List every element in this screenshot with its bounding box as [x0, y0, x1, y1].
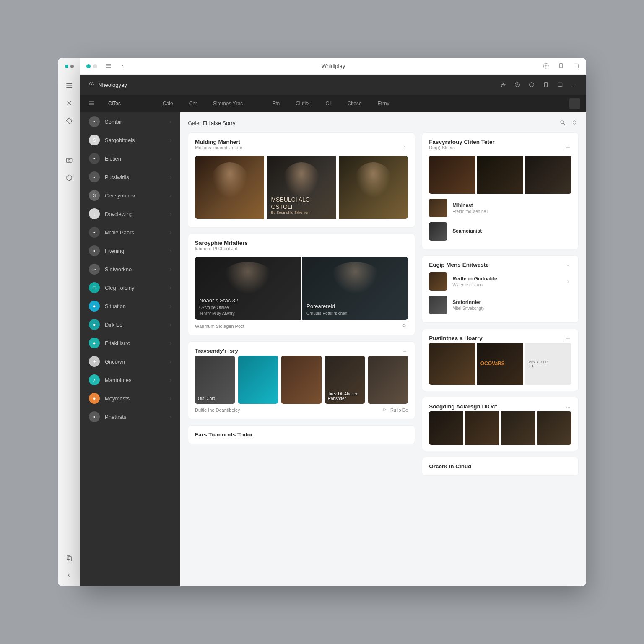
- search-icon[interactable]: [559, 119, 567, 127]
- tab-3[interactable]: Sitomes Yres: [205, 95, 250, 112]
- tab-2[interactable]: Chr: [182, 95, 205, 112]
- expand-icon[interactable]: [566, 262, 571, 268]
- play-icon[interactable]: [382, 407, 388, 413]
- tab-8[interactable]: Efrny: [370, 95, 397, 112]
- card-title: Orcerk in Cihud: [429, 463, 571, 470]
- tab-1[interactable]: Cale: [155, 95, 181, 112]
- sidebar-item-6[interactable]: • Mrale Paars: [80, 223, 180, 242]
- sidebar-item-13[interactable]: ✦ Gricown: [80, 352, 180, 371]
- list-item[interactable]: MihinestEteldh moilaen he l: [429, 196, 571, 220]
- send-icon[interactable]: [499, 80, 507, 89]
- card-title: Soegding Aclarsgn DiOct: [429, 403, 497, 410]
- compass-icon[interactable]: [543, 62, 550, 70]
- up-icon[interactable]: [570, 80, 579, 89]
- sidebar-item-11[interactable]: ● Dirk Es: [80, 315, 180, 334]
- clock-icon[interactable]: [513, 80, 522, 89]
- more-icon[interactable]: [402, 348, 408, 354]
- back-icon[interactable]: [65, 571, 73, 579]
- svg-point-13: [406, 351, 406, 351]
- picture-icon[interactable]: [573, 62, 580, 70]
- hamburger-icon[interactable]: [105, 62, 112, 70]
- bookmark-icon[interactable]: [558, 62, 565, 70]
- sidebar-item-2[interactable]: • Eictien: [80, 149, 180, 168]
- more-icon[interactable]: [566, 144, 571, 150]
- tab-7[interactable]: Citese: [340, 95, 369, 112]
- svg-rect-3: [68, 557, 72, 561]
- chevron-right-icon: [169, 174, 174, 179]
- chevron-right-icon: [169, 193, 174, 198]
- sidebar-avatar: ↓: [89, 208, 100, 219]
- window-controls[interactable]: [86, 64, 97, 68]
- sidebar-item-4[interactable]: 3 Censyribnov: [80, 186, 180, 205]
- sidebar-item-8[interactable]: ∞ Sintworkno: [80, 260, 180, 278]
- sidebar-item-3[interactable]: • Putsiwirlls: [80, 168, 180, 186]
- tools-icon[interactable]: [65, 99, 73, 107]
- view-toggle[interactable]: [569, 98, 580, 109]
- triple-thumb[interactable]: [429, 156, 571, 194]
- copy-icon[interactable]: [65, 553, 73, 562]
- diamond-icon[interactable]: [65, 117, 73, 125]
- sidebar-item-5[interactable]: ↓ Dovclewing: [80, 205, 180, 223]
- sidebar-avatar: •: [89, 245, 100, 256]
- sort-icon[interactable]: [571, 119, 579, 127]
- circle-icon[interactable]: [527, 80, 536, 89]
- list-item[interactable]: Seameianist: [429, 220, 571, 243]
- chevron-right-icon: [169, 396, 174, 401]
- square-icon[interactable]: [556, 80, 564, 89]
- more-icon[interactable]: [402, 144, 408, 150]
- svg-point-12: [405, 351, 405, 351]
- thumb-row[interactable]: Ols: Chio Tirek Dti Ahecen Ransotter: [195, 356, 408, 404]
- sidebar-item-16[interactable]: • Phettrsts: [80, 408, 180, 426]
- sidebar-avatar: S: [89, 135, 100, 145]
- chevron-right-icon: [169, 267, 174, 272]
- card-title: Fars Tiemnrnts Todor: [195, 431, 408, 438]
- chevron-right-icon: [169, 138, 174, 143]
- sidebar-label: Censyribnov: [105, 192, 164, 199]
- hex-icon[interactable]: [65, 174, 73, 182]
- sidebar-label: Meymests: [105, 395, 164, 402]
- tag-icon[interactable]: [542, 80, 550, 89]
- tab-5[interactable]: Clutitx: [288, 95, 317, 112]
- hero-banner[interactable]: MSBULCI ALC OSTOLIBs Sodindl fe Srlre ve…: [195, 156, 408, 219]
- app-name: Nheologyay: [98, 82, 127, 88]
- tab-0[interactable]: CiTes: [101, 95, 128, 112]
- sidebar-item-14[interactable]: ♪ Mantolutes: [80, 371, 180, 389]
- tab-4[interactable]: Etn: [265, 95, 287, 112]
- sidebar-avatar: •: [89, 116, 100, 127]
- card-bottom-left: Fars Tiemnrnts Todor: [188, 425, 415, 444]
- sidebar-avatar: ✦: [89, 356, 100, 367]
- sidebar-item-9[interactable]: □ Cleg Tofsiny: [80, 278, 180, 297]
- sidebar-avatar: •: [89, 171, 100, 182]
- nav-back-icon[interactable]: [120, 62, 127, 70]
- chevron-right-icon: [169, 322, 174, 327]
- hero-banner-2[interactable]: Noaor s Stas 32 Oxlvhine Ofalse Tenrnr M…: [195, 257, 408, 320]
- quad-thumb[interactable]: [429, 411, 571, 445]
- more-icon[interactable]: [566, 404, 571, 410]
- tab-6[interactable]: Cli: [318, 95, 339, 112]
- sidebar-avatar: •: [89, 153, 100, 164]
- sidebar-item-7[interactable]: • Fitening: [80, 242, 180, 260]
- app-header: Nheologyay: [80, 75, 586, 95]
- chevron-right-icon: [169, 304, 174, 309]
- sidebar-item-1[interactable]: S Satgobitgels: [80, 131, 180, 149]
- svg-point-9: [561, 120, 564, 124]
- card-footer-text: Wanmum Sloiagen Poct: [195, 324, 244, 329]
- sidebar-item-15[interactable]: ● Meymests: [80, 389, 180, 408]
- app-brand[interactable]: Nheologyay: [88, 81, 127, 88]
- menu-icon[interactable]: [65, 81, 73, 90]
- sidebar-label: Sombir: [105, 119, 164, 125]
- sidebar-item-10[interactable]: ● Situstion: [80, 297, 180, 315]
- tabs-menu-icon[interactable]: [88, 100, 96, 107]
- sidebar-avatar: ●: [89, 338, 100, 348]
- sidebar-avatar: ●: [89, 319, 100, 330]
- sidebar-item-0[interactable]: • Sombir: [80, 112, 180, 131]
- search-small-icon[interactable]: [402, 323, 408, 329]
- triple-thumb-2[interactable]: OCOVaRS Vesj Cj uge6,1: [429, 343, 571, 385]
- camera-icon[interactable]: [65, 156, 73, 164]
- list-item[interactable]: SntforinnierMitel Srivekongty: [429, 293, 571, 317]
- sidebar-item-12[interactable]: ● Eitakl isrro: [80, 334, 180, 352]
- sidebar-label: Sintworkno: [105, 266, 164, 273]
- more-icon[interactable]: [566, 335, 571, 341]
- sidebar-label: Mrale Paars: [105, 229, 164, 236]
- list-item[interactable]: Redfeon GodualiteWsterne d'Isunn: [429, 270, 571, 293]
